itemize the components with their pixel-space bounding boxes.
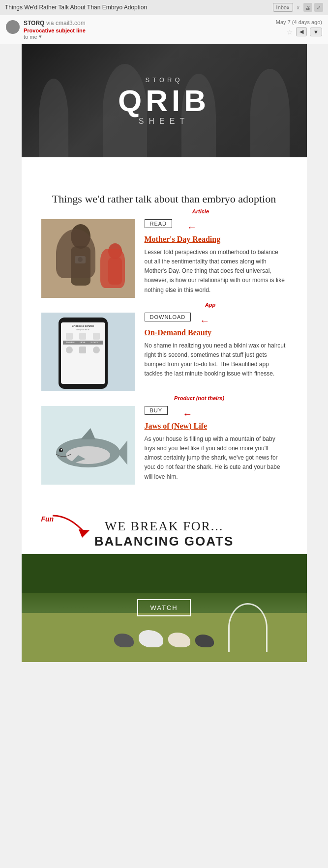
to-me-label: to me ▾ <box>24 33 272 40</box>
dropdown-icon[interactable]: ▾ <box>39 33 42 40</box>
article-description-1: Lesser told perspectives on motherhood t… <box>145 248 287 295</box>
goat-video-section: WATCH <box>22 554 307 662</box>
svg-marker-15 <box>79 529 89 538</box>
hero-banner: STORQ QRIB SHEET <box>22 44 307 157</box>
browser-titlebar: Things We'd Rather Talk About Than Embry… <box>0 0 328 15</box>
person-shape-4 <box>250 69 290 157</box>
hero-text: STORQ QRIB SHEET <box>118 76 210 126</box>
sender-info: STORQ via cmail3.com Provocative subject… <box>24 19 272 40</box>
fun-section: Fun WE BREAK FOR... BALANCING GOATS <box>22 509 307 549</box>
sender-via: via <box>46 20 54 27</box>
article-tag-3: BUY <box>145 406 168 415</box>
main-content: Things we'd rather talk about than embry… <box>22 172 307 509</box>
tag-wrapper-3: BUY Product (not theirs) ← <box>145 406 168 418</box>
email-body: STORQ QRIB SHEET Things we'd rather talk… <box>22 44 307 662</box>
email-date: May 7 (4 days ago) <box>276 19 322 25</box>
article-content-2: DOWNLOAD App ← On-Demand Beauty No shame… <box>145 313 287 379</box>
article-description-3: As your house is filling up with a mount… <box>145 434 287 482</box>
page-title: Things we'd rather talk about than embry… <box>41 192 287 207</box>
watch-button[interactable]: WATCH <box>137 599 190 616</box>
avatar <box>6 20 20 34</box>
person-shape-1 <box>39 79 68 157</box>
annotation-label-3: Product (not theirs) <box>174 395 224 401</box>
tag-wrapper-1: READ Article ← <box>145 219 173 231</box>
star-button[interactable]: ☆ <box>287 28 293 36</box>
svg-point-1 <box>71 224 90 249</box>
icon-6 <box>93 347 100 353</box>
article-image-1 <box>41 219 135 298</box>
svg-point-6 <box>78 257 83 262</box>
arch-decoration <box>228 603 268 652</box>
sender-name: STORQ <box>24 20 44 27</box>
service-icon-2 <box>79 333 86 340</box>
provocative-subject-annotation: Provocative subject line <box>24 28 272 33</box>
icon-4 <box>66 347 73 353</box>
spacer-1 <box>22 157 307 172</box>
more-actions-button[interactable]: ▼ <box>310 28 322 36</box>
annotation-label-2: App <box>205 302 215 308</box>
fun-arrow-svg <box>50 513 99 538</box>
svg-rect-4 <box>108 258 122 285</box>
reply-button[interactable]: ◀ <box>296 27 307 36</box>
close-tab-button[interactable]: x <box>297 4 300 10</box>
sheet-label: SHEET <box>118 117 210 126</box>
expand-icon[interactable]: ⤢ <box>314 3 323 12</box>
qrib-heading: QRIB <box>118 86 210 116</box>
email-header: STORQ via cmail3.com Provocative subject… <box>0 15 328 44</box>
goat-3 <box>168 633 190 647</box>
annotation-arrow-2: ← <box>200 315 209 326</box>
annotation-arrow-1: ← <box>187 222 197 233</box>
shark-svg <box>41 406 135 485</box>
svg-point-14 <box>60 449 62 450</box>
email-meta: May 7 (4 days ago) ☆ ◀ ▼ <box>276 19 322 36</box>
service-icon-1 <box>66 333 73 340</box>
article-tag-2: DOWNLOAD <box>145 313 191 321</box>
article-content-3: BUY Product (not theirs) ← Jaws of (New)… <box>145 406 287 482</box>
annotation-arrow-3: ← <box>182 408 192 420</box>
article-content-1: READ Article ← Mother's Day Reading Less… <box>145 219 287 295</box>
goat-1 <box>114 634 134 647</box>
tag-wrapper-2: DOWNLOAD App ← <box>145 313 191 324</box>
goat-2 <box>139 630 163 647</box>
print-icon[interactable]: 🖨 <box>303 3 312 12</box>
svg-point-3 <box>108 243 122 259</box>
article-1-svg <box>41 219 135 298</box>
article-image-2: Choose a service Today I'd like a: MASSA… <box>41 313 135 391</box>
trees-background <box>22 554 307 593</box>
article-section-3: BUY Product (not theirs) ← Jaws of (New)… <box>41 406 287 485</box>
svg-rect-2 <box>71 246 90 286</box>
article-image-3 <box>41 406 135 485</box>
sender-domain: cmail3.com <box>56 20 86 27</box>
icon-5 <box>79 347 86 353</box>
phone-mockup: Choose a service Today I'd like a: MASSA… <box>59 318 108 389</box>
phone-screen: Choose a service Today I'd like a: MASSA… <box>61 322 105 384</box>
browser-action-icons: 🖨 ⤢ <box>303 3 323 12</box>
article-title-link-2[interactable]: On-Demand Beauty <box>145 328 287 337</box>
service-icon-3 <box>93 333 100 340</box>
article-title-link-3[interactable]: Jaws of (New) Life <box>145 422 287 431</box>
storq-label: STORQ <box>118 76 210 84</box>
article-description-2: No shame in realizing you need a bikini … <box>145 341 287 379</box>
article-tag-1: READ <box>145 219 173 228</box>
annotation-label-1: Article <box>192 208 209 214</box>
article-section-1: READ Article ← Mother's Day Reading Less… <box>41 219 287 298</box>
svg-rect-5 <box>75 256 86 263</box>
article-title-link-1[interactable]: Mother's Day Reading <box>145 235 287 244</box>
browser-title: Things We'd Rather Talk About Than Embry… <box>5 4 269 11</box>
goat-4 <box>195 635 214 647</box>
article-section-2: Choose a service Today I'd like a: MASSA… <box>41 313 287 391</box>
inbox-badge: Inbox <box>273 3 293 12</box>
